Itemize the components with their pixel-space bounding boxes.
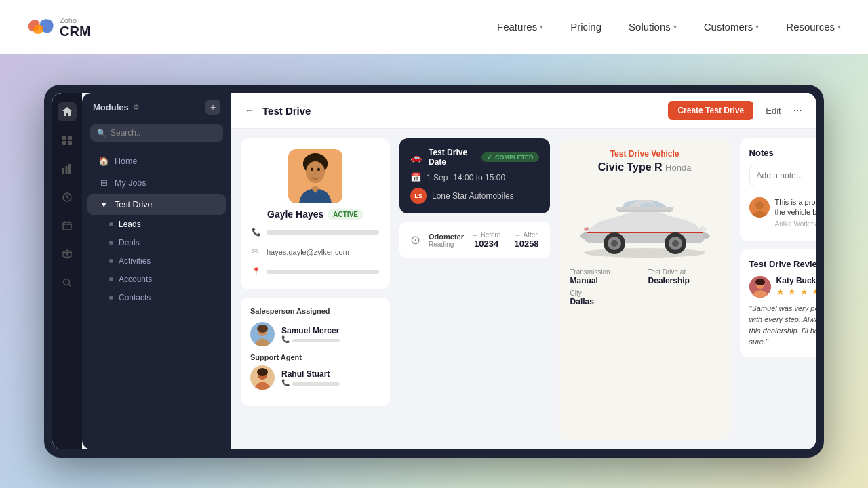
logo-zoho-text: Zoho (60, 16, 91, 24)
rail-grid-icon[interactable] (58, 131, 77, 150)
support-avatar-image (250, 365, 275, 390)
status-badge: ACTIVE (328, 209, 363, 220)
odometer-subtitle: Reading (429, 241, 464, 248)
dealer-logo: LS (410, 188, 427, 204)
odo-before-group: ← Before 10234 (472, 231, 500, 249)
salesperson-card: Salesperson Assigned (241, 298, 390, 406)
far-right-column: Notes (740, 138, 816, 440)
sidebar-item-myjobs[interactable]: ⊞ My Jobs (87, 172, 226, 193)
phone-icon-small: 📞 (281, 336, 290, 343)
tablet-frame: Modules ⚙ + 🔍 🏠 Home ⊞ My Jobs (44, 85, 824, 458)
rail-search-icon[interactable] (58, 273, 77, 292)
test-drive-date-card: 🚗 Test Drive Date ✓ COMPLETED 📅 1 Sep (399, 138, 550, 214)
star-3: ★ (800, 287, 809, 297)
note-content: This is a promising lead. Forward the ve… (775, 197, 816, 228)
dealer-name: Lone Star Automobiles (432, 191, 514, 201)
check-icon: ✓ (487, 154, 492, 161)
review-text: "Samuel was very polite and assisted me … (749, 303, 816, 348)
rail-clock-icon[interactable] (58, 188, 77, 207)
salesperson-avatar (250, 322, 275, 346)
svg-rect-4 (62, 168, 64, 174)
back-button[interactable]: ← (245, 105, 254, 116)
spec-testdriveat: Test Drive at Dealership (648, 268, 719, 285)
before-label: ← Before (472, 231, 500, 239)
vehicle-specs: Transmission Manual Test Drive at Dealer… (570, 268, 719, 306)
chevron-down-icon: ▾ (540, 23, 543, 30)
search-input[interactable] (111, 128, 216, 138)
speedometer-icon: ⊙ (410, 232, 420, 247)
sidebar-subitem-leads[interactable]: Leads (87, 216, 226, 233)
sidebar-search-container: 🔍 (90, 124, 223, 142)
salesperson-name: Samuel Mercer (281, 326, 380, 336)
zoho-logo-icon (27, 18, 54, 37)
sidebar-subitem-activities[interactable]: Activities (87, 252, 226, 270)
bullet-icon (109, 277, 113, 281)
reviewer-info: Katy Buck ★ ★ ★ ★ ★ (776, 276, 816, 298)
svg-point-24 (672, 240, 679, 247)
svg-rect-3 (68, 141, 72, 145)
sidebar-subitem-label: Accounts (119, 274, 152, 284)
chevron-down-icon: ▾ (755, 23, 759, 30)
sidebar-subitem-label: Activities (119, 256, 151, 266)
arrow-right-icon: → (514, 231, 521, 239)
content-body: Gayle Hayes ACTIVE 📞 ✉ hayes.gayle@zylke… (231, 129, 816, 449)
svg-point-30 (755, 201, 764, 209)
profile-location-field: 📍 (252, 264, 379, 279)
gear-icon[interactable]: ⚙ (133, 103, 140, 112)
calendar-icon: 📅 (410, 172, 421, 182)
nav-pricing[interactable]: Pricing (570, 21, 601, 33)
sidebar-item-testdrive[interactable]: ▾ Test Drive (87, 194, 226, 215)
nav-solutions[interactable]: Solutions ▾ (629, 21, 677, 33)
svg-point-14 (317, 168, 320, 171)
sidebar-subitem-label: Deals (119, 238, 140, 247)
modules-label: Modules (93, 102, 129, 113)
vehicle-brand: Honda (665, 163, 691, 173)
nav-features[interactable]: Features ▾ (497, 21, 543, 33)
salesperson-avatar-image (250, 322, 275, 346)
reviewer-avatar-image (749, 276, 771, 298)
support-avatar (250, 365, 275, 390)
rail-home-icon[interactable] (58, 102, 77, 121)
date-row: 📅 1 Sep 14:00 to 15:00 (410, 172, 539, 182)
vehicle-image (570, 184, 719, 258)
content-panel: ← Test Drive Create Test Drive Edit ··· (231, 93, 816, 449)
support-name: Rahul Stuart (281, 369, 380, 379)
star-1: ★ (776, 287, 785, 297)
edit-button[interactable]: Edit (760, 102, 786, 119)
notes-input[interactable] (749, 165, 816, 186)
main-area: Modules ⚙ + 🔍 🏠 Home ⊞ My Jobs (0, 54, 868, 488)
odometer-values: ← Before 10234 → After (472, 231, 539, 249)
spec-label: Test Drive at (648, 268, 719, 276)
create-test-drive-button[interactable]: Create Test Drive (668, 101, 753, 120)
home-icon: 🏠 (98, 156, 109, 166)
sidebar-subitem-deals[interactable]: Deals (87, 234, 226, 251)
nav-customers[interactable]: Customers ▾ (704, 21, 760, 33)
header-actions: Create Test Drive Edit ··· (668, 101, 802, 120)
more-options-button[interactable]: ··· (793, 104, 802, 117)
add-module-button[interactable]: + (205, 100, 220, 115)
svg-point-33 (755, 279, 765, 285)
svg-rect-0 (62, 136, 66, 140)
star-2: ★ (788, 287, 797, 297)
rail-box-icon[interactable] (58, 245, 77, 264)
arrow-left-icon: ← (472, 231, 479, 239)
bullet-icon (109, 222, 113, 226)
phone-icon: 📞 (252, 228, 261, 237)
sidebar-subitem-contacts[interactable]: Contacts (87, 289, 226, 306)
svg-rect-1 (68, 136, 72, 140)
spec-city: City Dallas (570, 289, 642, 306)
nav-resources[interactable]: Resources ▾ (786, 21, 841, 33)
phone-bar (292, 339, 340, 342)
sidebar-subitem-label: Contacts (119, 293, 151, 302)
rail-calendar-icon[interactable] (58, 216, 77, 235)
sidebar-item-home[interactable]: 🏠 Home (87, 150, 226, 171)
phone-bar (267, 230, 379, 235)
note-text: This is a promising lead. Forward the ve… (775, 197, 816, 218)
bullet-icon (109, 296, 113, 300)
drive-date-label: Test Drive Date (429, 148, 475, 167)
rail-chart-icon[interactable] (58, 159, 77, 178)
chevron-down-icon: ▾ (673, 23, 677, 30)
sidebar-subitem-accounts[interactable]: Accounts (87, 270, 226, 288)
profile-name: Gayle Hayes (267, 209, 323, 220)
odometer-after-value: 10258 (514, 239, 538, 249)
